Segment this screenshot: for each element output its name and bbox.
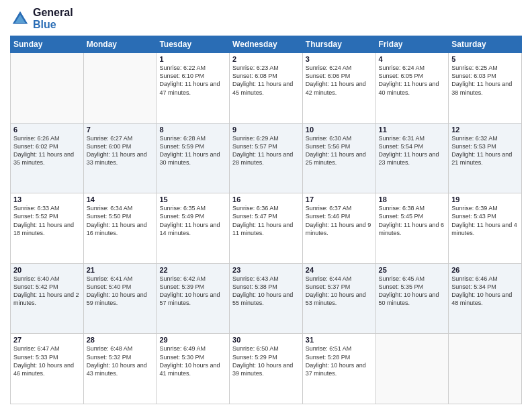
header: General Blue	[10, 7, 522, 30]
day-info: Sunrise: 6:47 AM Sunset: 5:33 PM Dayligh…	[13, 345, 81, 377]
day-number: 28	[87, 336, 154, 344]
day-number: 16	[232, 195, 300, 203]
calendar-cell: 3Sunrise: 6:24 AM Sunset: 6:06 PM Daylig…	[302, 53, 375, 124]
logo: General Blue	[10, 7, 73, 30]
calendar-cell: 26Sunrise: 6:46 AM Sunset: 5:34 PM Dayli…	[449, 263, 522, 334]
day-info: Sunrise: 6:44 AM Sunset: 5:37 PM Dayligh…	[306, 275, 373, 308]
calendar-cell: 5Sunrise: 6:25 AM Sunset: 6:03 PM Daylig…	[449, 53, 522, 124]
day-info: Sunrise: 6:46 AM Sunset: 5:34 PM Dayligh…	[451, 275, 519, 308]
day-number: 4	[379, 55, 446, 63]
calendar-cell: 20Sunrise: 6:40 AM Sunset: 5:42 PM Dayli…	[11, 263, 84, 334]
day-info: Sunrise: 6:22 AM Sunset: 6:10 PM Dayligh…	[159, 64, 226, 97]
calendar-body: 1Sunrise: 6:22 AM Sunset: 6:10 PM Daylig…	[11, 53, 522, 404]
calendar-cell: 9Sunrise: 6:29 AM Sunset: 5:57 PM Daylig…	[230, 123, 303, 193]
page: General Blue SundayMondayTuesdayWednesda…	[0, 0, 532, 411]
day-number: 14	[87, 195, 154, 203]
day-info: Sunrise: 6:45 AM Sunset: 5:35 PM Dayligh…	[379, 275, 446, 308]
day-of-week-header: Thursday	[302, 36, 375, 53]
calendar-cell: 23Sunrise: 6:43 AM Sunset: 5:38 PM Dayli…	[230, 263, 303, 334]
calendar-cell: 12Sunrise: 6:32 AM Sunset: 5:53 PM Dayli…	[449, 123, 522, 193]
day-info: Sunrise: 6:29 AM Sunset: 5:57 PM Dayligh…	[232, 134, 300, 167]
calendar-cell	[375, 334, 449, 404]
day-info: Sunrise: 6:48 AM Sunset: 5:32 PM Dayligh…	[87, 345, 154, 377]
day-number: 6	[13, 126, 81, 134]
day-info: Sunrise: 6:34 AM Sunset: 5:50 PM Dayligh…	[87, 204, 154, 237]
day-of-week-header: Saturday	[449, 36, 522, 53]
calendar-week-row: 6Sunrise: 6:26 AM Sunset: 6:02 PM Daylig…	[11, 123, 522, 193]
calendar-cell: 8Sunrise: 6:28 AM Sunset: 5:59 PM Daylig…	[157, 123, 230, 193]
day-of-week-header: Monday	[83, 36, 157, 53]
day-number: 24	[306, 266, 373, 274]
day-info: Sunrise: 6:27 AM Sunset: 6:00 PM Dayligh…	[87, 134, 154, 167]
day-of-week-header: Friday	[375, 36, 449, 53]
calendar-cell: 28Sunrise: 6:48 AM Sunset: 5:32 PM Dayli…	[83, 334, 157, 404]
day-info: Sunrise: 6:49 AM Sunset: 5:30 PM Dayligh…	[159, 345, 226, 377]
calendar-cell: 2Sunrise: 6:23 AM Sunset: 6:08 PM Daylig…	[230, 53, 303, 124]
calendar-cell: 24Sunrise: 6:44 AM Sunset: 5:37 PM Dayli…	[302, 263, 375, 334]
day-number: 27	[13, 336, 81, 344]
day-number: 10	[306, 126, 373, 134]
day-info: Sunrise: 6:36 AM Sunset: 5:47 PM Dayligh…	[232, 204, 300, 237]
calendar-cell: 11Sunrise: 6:31 AM Sunset: 5:54 PM Dayli…	[375, 123, 449, 193]
day-number: 18	[379, 195, 446, 203]
day-number: 29	[159, 336, 226, 344]
calendar-week-row: 1Sunrise: 6:22 AM Sunset: 6:10 PM Daylig…	[11, 53, 522, 124]
day-number: 2	[232, 55, 300, 63]
calendar-cell: 4Sunrise: 6:24 AM Sunset: 6:05 PM Daylig…	[375, 53, 449, 124]
day-info: Sunrise: 6:38 AM Sunset: 5:45 PM Dayligh…	[379, 204, 446, 237]
day-number: 3	[306, 55, 373, 63]
day-info: Sunrise: 6:32 AM Sunset: 5:53 PM Dayligh…	[451, 134, 519, 167]
calendar-header-row: SundayMondayTuesdayWednesdayThursdayFrid…	[11, 36, 522, 53]
day-number: 5	[451, 55, 519, 63]
day-info: Sunrise: 6:28 AM Sunset: 5:59 PM Dayligh…	[159, 134, 226, 167]
calendar-week-row: 20Sunrise: 6:40 AM Sunset: 5:42 PM Dayli…	[11, 263, 522, 334]
calendar-cell: 29Sunrise: 6:49 AM Sunset: 5:30 PM Dayli…	[157, 334, 230, 404]
calendar-cell: 25Sunrise: 6:45 AM Sunset: 5:35 PM Dayli…	[375, 263, 449, 334]
day-info: Sunrise: 6:42 AM Sunset: 5:39 PM Dayligh…	[159, 275, 226, 308]
day-info: Sunrise: 6:51 AM Sunset: 5:28 PM Dayligh…	[306, 345, 373, 377]
calendar-cell: 10Sunrise: 6:30 AM Sunset: 5:56 PM Dayli…	[302, 123, 375, 193]
day-info: Sunrise: 6:39 AM Sunset: 5:43 PM Dayligh…	[451, 204, 519, 237]
calendar-cell: 14Sunrise: 6:34 AM Sunset: 5:50 PM Dayli…	[83, 193, 157, 264]
day-of-week-header: Tuesday	[157, 36, 230, 53]
day-info: Sunrise: 6:31 AM Sunset: 5:54 PM Dayligh…	[379, 134, 446, 167]
day-number: 8	[159, 126, 226, 134]
day-number: 21	[87, 266, 154, 274]
day-info: Sunrise: 6:41 AM Sunset: 5:40 PM Dayligh…	[87, 275, 154, 308]
calendar-cell: 16Sunrise: 6:36 AM Sunset: 5:47 PM Dayli…	[230, 193, 303, 264]
day-number: 7	[87, 126, 154, 134]
day-info: Sunrise: 6:35 AM Sunset: 5:49 PM Dayligh…	[159, 204, 226, 237]
calendar-cell	[449, 334, 522, 404]
calendar-cell: 30Sunrise: 6:50 AM Sunset: 5:29 PM Dayli…	[230, 334, 303, 404]
day-number: 12	[451, 126, 519, 134]
day-info: Sunrise: 6:37 AM Sunset: 5:46 PM Dayligh…	[306, 204, 373, 237]
day-info: Sunrise: 6:33 AM Sunset: 5:52 PM Dayligh…	[13, 204, 81, 237]
day-number: 23	[232, 266, 300, 274]
logo-text: General Blue	[33, 7, 73, 30]
day-number: 19	[451, 195, 519, 203]
calendar-cell: 17Sunrise: 6:37 AM Sunset: 5:46 PM Dayli…	[302, 193, 375, 264]
calendar-cell: 27Sunrise: 6:47 AM Sunset: 5:33 PM Dayli…	[11, 334, 84, 404]
day-number: 31	[306, 336, 373, 344]
day-number: 11	[379, 126, 446, 134]
calendar-week-row: 27Sunrise: 6:47 AM Sunset: 5:33 PM Dayli…	[11, 334, 522, 404]
calendar-cell: 6Sunrise: 6:26 AM Sunset: 6:02 PM Daylig…	[11, 123, 84, 193]
calendar-cell	[83, 53, 157, 124]
calendar-cell: 1Sunrise: 6:22 AM Sunset: 6:10 PM Daylig…	[157, 53, 230, 124]
day-info: Sunrise: 6:23 AM Sunset: 6:08 PM Dayligh…	[232, 64, 300, 97]
day-info: Sunrise: 6:24 AM Sunset: 6:06 PM Dayligh…	[306, 64, 373, 97]
day-number: 15	[159, 195, 226, 203]
day-of-week-header: Wednesday	[230, 36, 303, 53]
calendar-table: SundayMondayTuesdayWednesdayThursdayFrid…	[10, 36, 522, 404]
day-number: 30	[232, 336, 300, 344]
day-number: 9	[232, 126, 300, 134]
day-of-week-header: Sunday	[11, 36, 84, 53]
day-number: 17	[306, 195, 373, 203]
day-info: Sunrise: 6:43 AM Sunset: 5:38 PM Dayligh…	[232, 275, 300, 308]
calendar-cell: 15Sunrise: 6:35 AM Sunset: 5:49 PM Dayli…	[157, 193, 230, 264]
day-info: Sunrise: 6:24 AM Sunset: 6:05 PM Dayligh…	[379, 64, 446, 97]
calendar-cell: 19Sunrise: 6:39 AM Sunset: 5:43 PM Dayli…	[449, 193, 522, 264]
day-info: Sunrise: 6:26 AM Sunset: 6:02 PM Dayligh…	[13, 134, 81, 167]
calendar-cell: 22Sunrise: 6:42 AM Sunset: 5:39 PM Dayli…	[157, 263, 230, 334]
day-info: Sunrise: 6:50 AM Sunset: 5:29 PM Dayligh…	[232, 345, 300, 377]
